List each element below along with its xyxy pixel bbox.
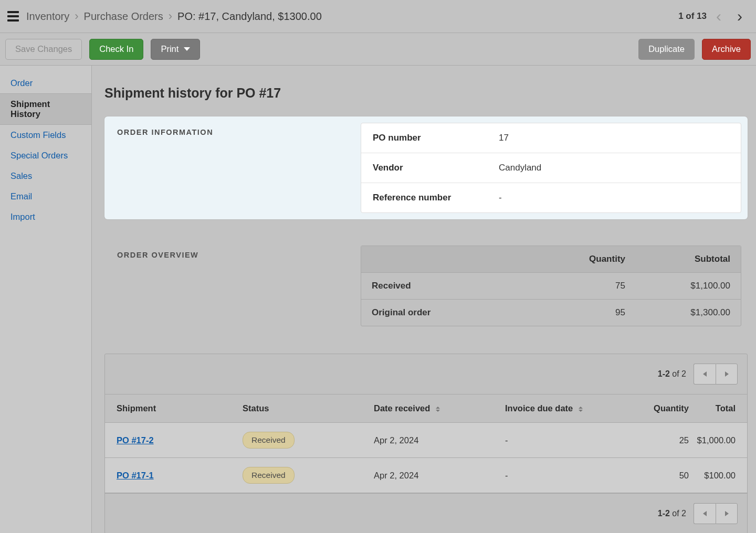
shipment-link[interactable]: PO #17-2 <box>117 435 154 445</box>
col-quantity: Quantity <box>610 403 689 413</box>
kv-key: Reference number <box>373 193 499 203</box>
breadcrumb-bar: Inventory › Purchase Orders › PO: #17, C… <box>0 0 756 33</box>
pager-bottom: 1-2 of 2 <box>105 493 747 533</box>
page-title: Shipment history for PO #17 <box>104 86 748 101</box>
kv-row-vendor: Vendor Candyland <box>361 153 741 183</box>
pager-range: 1-2 of 2 <box>658 369 686 379</box>
sidebar-tab-import[interactable]: Import <box>0 207 91 227</box>
breadcrumb-item-inventory[interactable]: Inventory <box>26 10 69 23</box>
record-count: 1 of 13 <box>678 11 707 22</box>
sidebar-tab-shipment-history[interactable]: Shipment History <box>0 93 91 125</box>
cell-total: $1,000.00 <box>689 435 736 445</box>
chevron-right-icon: › <box>75 9 78 23</box>
record-nav: 1 of 13 ‹ › <box>678 7 749 25</box>
sidebar-tab-sales[interactable]: Sales <box>0 166 91 186</box>
main-content: Shipment history for PO #17 ORDER INFORM… <box>92 66 756 533</box>
sidebar: Order Shipment History Custom Fields Spe… <box>0 66 92 533</box>
order-information-card: PO number 17 Vendor Candyland Reference … <box>361 123 741 213</box>
breadcrumb: Inventory › Purchase Orders › PO: #17, C… <box>26 9 322 23</box>
cell-due: - <box>505 471 610 481</box>
pager-range: 1-2 of 2 <box>658 509 686 518</box>
cell-date: Apr 2, 2024 <box>374 471 505 481</box>
pager-prev-button[interactable] <box>694 364 716 385</box>
cell-qty: 25 <box>610 435 689 445</box>
cell-total: $100.00 <box>689 471 736 481</box>
triangle-left-icon <box>703 371 707 377</box>
breadcrumb-current: PO: #17, Candyland, $1300.00 <box>177 10 322 23</box>
kv-row-reference: Reference number - <box>361 183 741 212</box>
cell-qty: 50 <box>610 471 689 481</box>
kv-key: PO number <box>373 133 499 143</box>
col-status: Status <box>243 403 374 413</box>
overview-row-original: Original order 95 $1,300.00 <box>361 300 741 326</box>
kv-value: - <box>499 193 502 203</box>
shipment-row: PO #17-2 Received Apr 2, 2024 - 25 $1,00… <box>105 423 747 458</box>
order-information-label: ORDER INFORMATION <box>104 116 361 219</box>
overview-row-label: Received <box>372 281 520 291</box>
chevron-right-icon: › <box>169 9 172 23</box>
chevron-down-icon <box>184 47 190 51</box>
overview-head-subtotal: Subtotal <box>625 254 730 264</box>
next-record-button[interactable]: › <box>731 7 749 25</box>
shipments-table: 1-2 of 2 Shipment Status Date received I… <box>104 354 748 533</box>
status-badge: Received <box>243 432 295 449</box>
print-button-label: Print <box>161 44 178 54</box>
breadcrumb-item-purchase-orders[interactable]: Purchase Orders <box>84 10 163 23</box>
shipment-row: PO #17-1 Received Apr 2, 2024 - 50 $100.… <box>105 458 747 493</box>
sidebar-tab-special-orders[interactable]: Special Orders <box>0 145 91 166</box>
print-button[interactable]: Print <box>151 39 200 60</box>
overview-row-qty: 95 <box>520 307 625 318</box>
order-information-panel: ORDER INFORMATION PO number 17 Vendor Ca… <box>104 116 748 219</box>
save-button[interactable]: Save Changes <box>5 39 82 60</box>
overview-row-subtotal: $1,100.00 <box>625 281 730 291</box>
triangle-left-icon <box>703 511 707 516</box>
sidebar-tab-custom-fields[interactable]: Custom Fields <box>0 125 91 145</box>
triangle-right-icon <box>725 511 729 516</box>
order-overview-panel: ORDER OVERVIEW Quantity Subtotal Receive… <box>104 239 748 333</box>
kv-row-po-number: PO number 17 <box>361 123 741 153</box>
status-badge: Received <box>243 467 295 484</box>
sidebar-tab-email[interactable]: Email <box>0 186 91 207</box>
col-date-received[interactable]: Date received <box>374 403 505 413</box>
col-invoice-due[interactable]: Invoice due date <box>505 403 610 413</box>
col-total: Total <box>689 403 736 413</box>
sort-icon <box>436 407 440 412</box>
triangle-right-icon <box>725 371 729 377</box>
archive-button[interactable]: Archive <box>702 39 751 60</box>
col-shipment: Shipment <box>117 403 243 413</box>
shipment-link[interactable]: PO #17-1 <box>117 471 154 480</box>
sidebar-tab-order[interactable]: Order <box>0 73 91 93</box>
overview-row-subtotal: $1,300.00 <box>625 307 730 318</box>
sort-icon <box>579 407 583 412</box>
pager-next-button[interactable] <box>716 364 738 385</box>
kv-value: 17 <box>499 133 509 143</box>
menu-icon[interactable] <box>7 10 19 22</box>
duplicate-button[interactable]: Duplicate <box>638 39 695 60</box>
cell-date: Apr 2, 2024 <box>374 435 505 445</box>
pager-top: 1-2 of 2 <box>105 354 747 395</box>
order-overview-card: Quantity Subtotal Received 75 $1,100.00 … <box>361 246 741 326</box>
overview-row-label: Original order <box>372 307 520 318</box>
cell-due: - <box>505 435 610 445</box>
kv-value: Candyland <box>499 163 541 173</box>
prev-record-button[interactable]: ‹ <box>710 7 728 25</box>
pager-prev-button[interactable] <box>694 503 716 524</box>
check-in-button[interactable]: Check In <box>89 39 143 60</box>
kv-key: Vendor <box>373 163 499 173</box>
overview-header: Quantity Subtotal <box>361 246 741 273</box>
action-toolbar: Save Changes Check In Print Duplicate Ar… <box>0 33 756 66</box>
order-overview-label: ORDER OVERVIEW <box>104 239 361 333</box>
pager-next-button[interactable] <box>716 503 738 524</box>
shipments-header: Shipment Status Date received Invoice du… <box>105 395 747 423</box>
overview-head-qty: Quantity <box>520 254 625 264</box>
overview-row-received: Received 75 $1,100.00 <box>361 273 741 300</box>
overview-row-qty: 75 <box>520 281 625 291</box>
